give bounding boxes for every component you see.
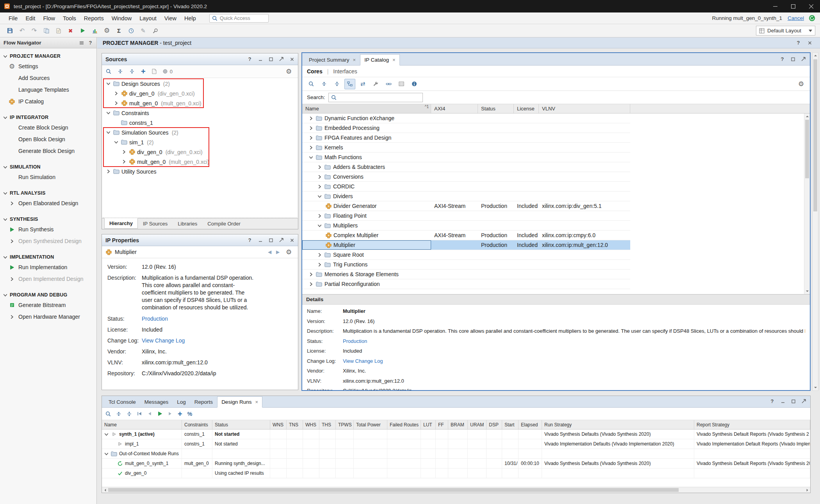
chevron-right-icon[interactable] <box>317 263 322 267</box>
catalog-row-fpga-features-and-design[interactable]: FPGA Features and Design <box>302 133 630 143</box>
catalog-row-multiplier[interactable]: MultiplierProductionIncludedxilinx.com:i… <box>302 240 630 250</box>
chevron-down-icon[interactable] <box>105 111 111 115</box>
menu-edit[interactable]: Edit <box>21 14 39 23</box>
chevron-right-icon[interactable] <box>308 116 314 121</box>
link-icon[interactable] <box>383 79 394 89</box>
tab-compile-order[interactable]: Compile Order <box>202 218 246 229</box>
search-icon[interactable] <box>306 79 317 89</box>
flow-item-generate-bitstream[interactable]: Generate Bitstream <box>0 299 96 311</box>
quick-access-box[interactable]: Quick Access <box>209 14 269 23</box>
column-header-name[interactable]: Name^1 <box>302 104 431 113</box>
flow-item-open-elaborated-design[interactable]: Open Elaborated Design <box>0 197 96 209</box>
column-header-start[interactable]: Start <box>502 420 519 429</box>
sources-tree-item-constrs-1[interactable]: constrs_1 <box>102 118 298 128</box>
run-row-out-of-context-module-runs[interactable]: Out-of-Context Module Runs <box>102 449 810 459</box>
report-icon[interactable] <box>89 26 100 36</box>
minimize-icon[interactable] <box>780 399 785 403</box>
scrollbar-thumb[interactable] <box>108 488 679 492</box>
column-header-report-strategy[interactable]: Report Strategy <box>694 420 810 429</box>
catalog-row-embedded-processing[interactable]: Embedded Processing <box>302 123 630 133</box>
catalog-row-memories-storage-elements[interactable]: Memories & Storage Elements <box>302 270 630 279</box>
flow-item-generate-block-design[interactable]: Generate Block Design <box>0 145 96 157</box>
catalog-row-cordic[interactable]: CORDIC <box>302 182 630 192</box>
help-icon[interactable]: ? <box>796 40 801 46</box>
chevron-down-icon[interactable] <box>317 224 322 228</box>
menu-flow[interactable]: Flow <box>39 14 59 23</box>
hier-icon[interactable] <box>344 79 355 89</box>
flow-item-open-block-design[interactable]: Open Block Design <box>0 133 96 145</box>
flow-item-run-implementation[interactable]: Run Implementation <box>0 261 96 273</box>
settings-icon[interactable]: ⚙ <box>102 26 112 36</box>
flow-section-implementation[interactable]: IMPLEMENTATION <box>0 252 96 261</box>
help-icon[interactable]: ? <box>247 56 252 62</box>
column-header-name[interactable]: Name <box>102 420 182 429</box>
chevron-right-icon[interactable] <box>317 185 322 189</box>
menu-help[interactable]: Help <box>180 14 200 23</box>
chevron-right-icon[interactable] <box>308 282 314 286</box>
plus-icon[interactable]: + <box>178 411 182 417</box>
catalog-row-dividers[interactable]: Dividers <box>302 192 630 201</box>
catalog-row-complex-multiplier[interactable]: Complex MultiplierAXI4-StreamProductionI… <box>302 231 630 240</box>
window-close-button[interactable] <box>802 0 820 12</box>
sources-tree-item-mult-gen-0[interactable]: mult_gen_0(mult_gen_0.xci) <box>102 157 298 167</box>
flow-item-open-synthesized-design[interactable]: Open Synthesized Design <box>0 235 96 247</box>
close-icon[interactable] <box>289 57 294 61</box>
scroll-down-icon[interactable] <box>813 385 818 390</box>
catalog-row-multipliers[interactable]: Multipliers <box>302 221 630 231</box>
catalog-row-math-functions[interactable]: Math Functions <box>302 153 630 162</box>
flow-section-project-manager[interactable]: PROJECT MANAGER <box>0 51 96 60</box>
flow-item-run-simulation[interactable]: Run Simulation <box>0 171 96 183</box>
tab-project-summary[interactable]: Project Summary× <box>305 54 360 66</box>
run-row-impl-1[interactable]: impl_1constrs_1Not startedVivado Impleme… <box>102 439 810 449</box>
sources-tree-item-constraints[interactable]: Constraints <box>102 108 298 118</box>
sources-tree-item-utility-sources[interactable]: Utility Sources <box>102 167 298 176</box>
chevron-down-icon[interactable] <box>113 140 119 144</box>
scroll-up-icon[interactable] <box>813 53 818 59</box>
menu-window[interactable]: Window <box>108 14 136 23</box>
column-header-uram[interactable]: URAM <box>468 420 487 429</box>
collapse-icon[interactable] <box>118 69 123 74</box>
flow-section-ip-integrator[interactable]: IP INTEGRATOR <box>0 113 96 122</box>
badge-icon[interactable] <box>163 69 168 74</box>
column-header-wns[interactable]: WNS <box>270 420 287 429</box>
sources-tree-item-sim-1[interactable]: sim_1(2) <box>102 137 298 147</box>
catalog-row-kernels[interactable]: Kernels <box>302 143 630 153</box>
info-icon[interactable] <box>409 79 420 89</box>
catalog-row-adders-subtracters[interactable]: Adders & Subtracters <box>302 162 630 172</box>
window-scrollbar[interactable] <box>812 52 818 391</box>
scroll-right-icon[interactable] <box>804 487 810 493</box>
maximize-icon[interactable] <box>268 57 273 61</box>
minimize-icon[interactable] <box>258 57 263 61</box>
float-icon[interactable] <box>279 238 284 242</box>
close-tab-icon[interactable]: × <box>353 57 356 63</box>
save-icon[interactable] <box>5 26 15 36</box>
scroll-left-icon[interactable] <box>102 487 108 493</box>
chevron-down-icon[interactable] <box>103 452 109 456</box>
flow-item-add-sources[interactable]: Add Sources <box>0 72 96 84</box>
flow-item-open-implemented-design[interactable]: Open Implemented Design <box>0 273 96 285</box>
maximize-icon[interactable] <box>790 57 795 61</box>
flow-item-open-hardware-manager[interactable]: Open Hardware Manager <box>0 311 96 323</box>
chevron-right-icon[interactable] <box>308 136 314 140</box>
subtab-interfaces[interactable]: Interfaces <box>333 68 357 75</box>
scrollbar-thumb[interactable] <box>805 120 809 178</box>
column-header-axi4[interactable]: AXI4 <box>431 104 478 113</box>
percent-icon[interactable]: % <box>187 411 192 417</box>
undo-icon[interactable]: ↶ <box>17 26 27 36</box>
gear-icon[interactable]: ⚙ <box>283 66 294 76</box>
chevron-down-icon[interactable] <box>103 432 109 437</box>
catalog-row-floating-point[interactable]: Floating Point <box>302 211 630 221</box>
tab-design-runs[interactable]: Design Runs× <box>217 396 262 408</box>
edit-icon[interactable]: ✎ <box>138 26 148 36</box>
flow-item-settings[interactable]: ⚙Settings <box>0 60 96 72</box>
tab-tcl-console[interactable]: Tcl Console <box>104 396 140 408</box>
doc-icon[interactable] <box>152 69 157 74</box>
chevron-right-icon[interactable] <box>308 126 314 130</box>
step-back-icon[interactable] <box>147 411 152 417</box>
timing-icon[interactable] <box>126 26 136 36</box>
run-icon[interactable] <box>77 26 88 36</box>
flow-navigator-menu-icon[interactable] <box>79 41 84 45</box>
column-header-vlnv[interactable]: VLNV <box>539 104 630 113</box>
catalog-row-divider-generator[interactable]: Divider GeneratorAXI4-StreamProductionIn… <box>302 201 630 211</box>
sources-tree-item-div-gen-0[interactable]: div_gen_0(div_gen_0.xci) <box>102 147 298 157</box>
